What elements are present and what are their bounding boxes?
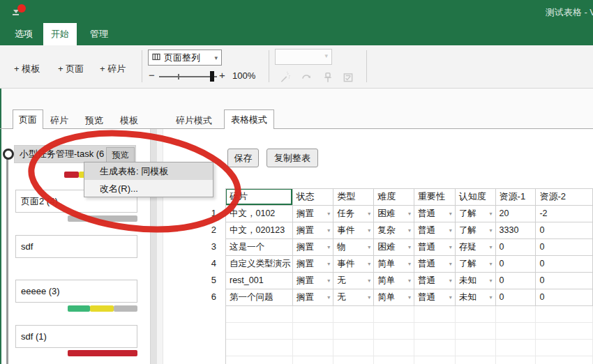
dropdown-caret-icon[interactable]: ▾	[490, 289, 493, 305]
column-header-importance[interactable]: 重要性	[414, 189, 456, 206]
dropdown-caret-icon[interactable]: ▾	[327, 239, 330, 255]
page-item[interactable]: eeeee (3)	[15, 280, 137, 303]
dropdown-caret-icon[interactable]: ▾	[408, 256, 411, 272]
empty-cell[interactable]	[226, 323, 293, 340]
empty-cell[interactable]	[333, 340, 374, 356]
preview-button[interactable]: 预览	[106, 147, 135, 162]
table-cell-dropdown[interactable]: 任务▾	[333, 206, 374, 222]
table-cell[interactable]: 中文，020123	[226, 222, 293, 239]
table-cell[interactable]: 3330	[496, 222, 536, 239]
table-cell-dropdown[interactable]: 未知▾	[456, 289, 496, 306]
empty-cell[interactable]	[414, 306, 456, 323]
dropdown-caret-icon[interactable]: ▾	[408, 289, 411, 305]
empty-cell[interactable]	[293, 323, 334, 340]
dropdown-caret-icon[interactable]: ▾	[368, 289, 370, 305]
table-cell[interactable]: 第一个问题	[226, 289, 293, 306]
table-cell[interactable]: -2	[536, 206, 593, 222]
dropdown-caret-icon[interactable]: ▾	[408, 239, 411, 255]
table-cell-dropdown[interactable]: 普通▾	[414, 206, 456, 222]
table-cell[interactable]: 0	[496, 289, 536, 306]
column-header-resource2[interactable]: 资源-2	[536, 189, 593, 206]
empty-cell[interactable]	[374, 356, 414, 364]
table-cell-dropdown[interactable]: 搁置▾	[293, 256, 334, 273]
zoom-slider-handle[interactable]	[210, 71, 214, 82]
table-cell-dropdown[interactable]: 普通▾	[414, 222, 456, 239]
table-cell-dropdown[interactable]: 事件▾	[333, 256, 374, 273]
dropdown-caret-icon[interactable]: ▾	[490, 256, 493, 272]
sidebar-tab-pages-active[interactable]: 页面	[13, 109, 43, 129]
empty-cell[interactable]	[333, 356, 374, 364]
empty-cell[interactable]	[414, 323, 456, 340]
dropdown-caret-icon[interactable]: ▾	[449, 239, 452, 255]
dropdown-caret-icon[interactable]: ▾	[368, 206, 370, 222]
dropdown-caret-icon[interactable]: ▾	[408, 206, 411, 222]
table-cell-dropdown[interactable]: 普通▾	[414, 256, 456, 273]
table-cell-dropdown[interactable]: 简单▾	[374, 289, 414, 306]
dropdown-caret-icon[interactable]: ▾	[327, 256, 330, 272]
dropdown-caret-icon[interactable]: ▾	[327, 273, 330, 289]
empty-cell[interactable]	[374, 323, 414, 340]
dropdown-caret-icon[interactable]: ▾	[449, 273, 452, 289]
empty-cell[interactable]	[226, 356, 293, 364]
empty-cell[interactable]	[536, 306, 593, 323]
empty-cell[interactable]	[496, 306, 536, 323]
column-header-status[interactable]: 状态	[293, 189, 334, 206]
column-header-difficulty[interactable]: 难度	[374, 189, 414, 206]
table-cell[interactable]: 20	[496, 206, 536, 222]
table-cell[interactable]: 0	[536, 222, 593, 239]
sidebar-tab-preview[interactable]: 预览	[85, 114, 103, 127]
add-fragment-button[interactable]: + 碎片	[100, 63, 126, 75]
table-cell[interactable]: 0	[496, 273, 536, 289]
dropdown-caret-icon[interactable]: ▾	[327, 289, 330, 305]
table-cell-dropdown[interactable]: 普通▾	[414, 239, 456, 256]
empty-cell[interactable]	[333, 323, 374, 340]
table-cell[interactable]: 0	[496, 239, 536, 256]
table-cell-dropdown[interactable]: 简单▾	[374, 256, 414, 273]
table-cell-dropdown[interactable]: 无▾	[333, 289, 374, 306]
empty-cell[interactable]	[496, 356, 536, 364]
page-arrange-dropdown-button[interactable]: 页面整列 ▾	[148, 50, 222, 66]
table-cell[interactable]: 0	[536, 256, 593, 273]
dropdown-caret-icon[interactable]: ▾	[449, 222, 452, 238]
table-cell-dropdown[interactable]: 未知▾	[456, 273, 496, 289]
table-cell-dropdown[interactable]: 困难▾	[374, 206, 414, 222]
empty-cell[interactable]	[536, 323, 593, 340]
menu-item-rename[interactable]: 改名(R)...	[84, 180, 213, 197]
table-cell-dropdown[interactable]: 存疑▾	[456, 239, 496, 256]
table-cell[interactable]: 这是一个	[226, 239, 293, 256]
table-cell-dropdown[interactable]: 简单▾	[374, 273, 414, 289]
table-cell-dropdown[interactable]: 普通▾	[414, 289, 456, 306]
dropdown-caret-icon[interactable]: ▾	[408, 222, 411, 238]
empty-cell[interactable]	[414, 356, 456, 364]
save-button[interactable]: 保存	[227, 149, 259, 167]
dropdown-caret-icon[interactable]: ▾	[449, 206, 452, 222]
dropdown-caret-icon[interactable]: ▾	[368, 239, 370, 255]
empty-cell[interactable]	[293, 356, 334, 364]
table-cell-dropdown[interactable]: 搁置▾	[293, 222, 334, 239]
ribbon-tab-start-active[interactable]: 开始	[43, 23, 77, 45]
add-page-button[interactable]: + 页面	[58, 63, 84, 75]
dropdown-caret-icon[interactable]: ▾	[368, 273, 370, 289]
table-cell-dropdown[interactable]: 普通▾	[414, 273, 456, 289]
menu-item-generate-table[interactable]: 生成表格: 同模板	[84, 162, 213, 180]
empty-cell[interactable]	[456, 323, 496, 340]
empty-cell[interactable]	[226, 306, 293, 323]
empty-cell[interactable]	[414, 340, 456, 356]
zoom-out-button[interactable]: −	[149, 69, 155, 81]
dropdown-caret-icon[interactable]: ▾	[490, 222, 493, 238]
empty-cell[interactable]	[226, 340, 293, 356]
column-header-cognition[interactable]: 认知度	[456, 189, 496, 206]
main-tab-fragment-mode[interactable]: 碎片模式	[176, 114, 212, 127]
table-cell-dropdown[interactable]: 事件▾	[333, 222, 374, 239]
dropdown-caret-icon[interactable]: ▾	[327, 222, 330, 238]
empty-cell[interactable]	[496, 340, 536, 356]
table-cell-dropdown[interactable]: 搁置▾	[293, 289, 334, 306]
table-cell[interactable]: 0	[496, 256, 536, 273]
empty-cell[interactable]	[536, 356, 593, 364]
table-cell-dropdown[interactable]: 搁置▾	[293, 239, 334, 256]
empty-cell[interactable]	[333, 306, 374, 323]
table-cell-dropdown[interactable]: 困难▾	[374, 239, 414, 256]
table-cell[interactable]: rest_001	[226, 273, 293, 289]
empty-cell[interactable]	[456, 340, 496, 356]
sidebar-tab-templates[interactable]: 模板	[120, 114, 138, 127]
